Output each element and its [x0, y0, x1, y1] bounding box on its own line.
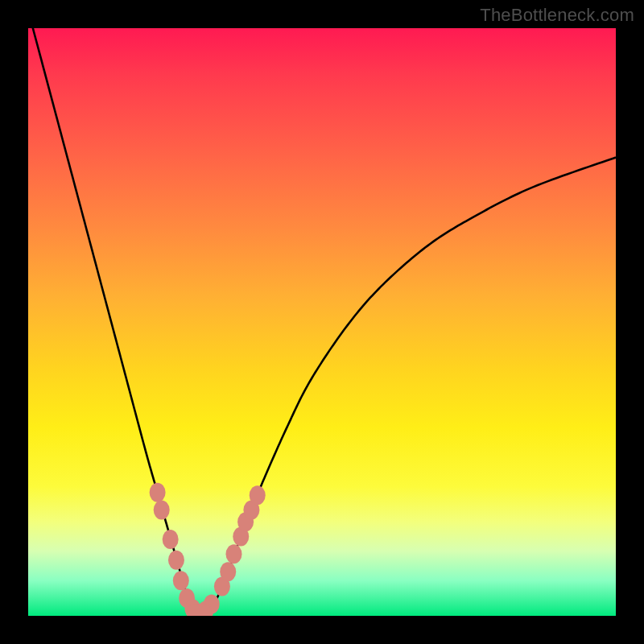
- marker-dot: [184, 599, 200, 616]
- marker-dot: [173, 571, 189, 590]
- curve-line: [28, 28, 616, 614]
- marker-dot: [163, 530, 179, 549]
- marker-dots: [150, 483, 266, 616]
- marker-dot: [204, 594, 220, 613]
- marker-dot: [179, 588, 195, 608]
- marker-dot: [220, 562, 236, 581]
- marker-dot: [191, 604, 207, 616]
- marker-dot: [250, 485, 266, 505]
- plot-area: [28, 28, 616, 616]
- marker-dot: [168, 551, 184, 570]
- chart-svg: [28, 28, 616, 616]
- marker-dot: [226, 544, 242, 564]
- marker-dot: [154, 501, 170, 520]
- watermark-text: TheBottleneck.com: [480, 5, 634, 26]
- marker-dot: [233, 526, 249, 546]
- marker-dot: [214, 577, 230, 597]
- marker-dot: [237, 512, 254, 531]
- marker-bridge: [187, 605, 212, 616]
- chart-frame: TheBottleneck.com: [0, 0, 644, 644]
- marker-dot: [197, 601, 213, 616]
- bottleneck-curve: [28, 28, 616, 614]
- marker-dot: [150, 483, 166, 502]
- marker-dot: [243, 501, 259, 520]
